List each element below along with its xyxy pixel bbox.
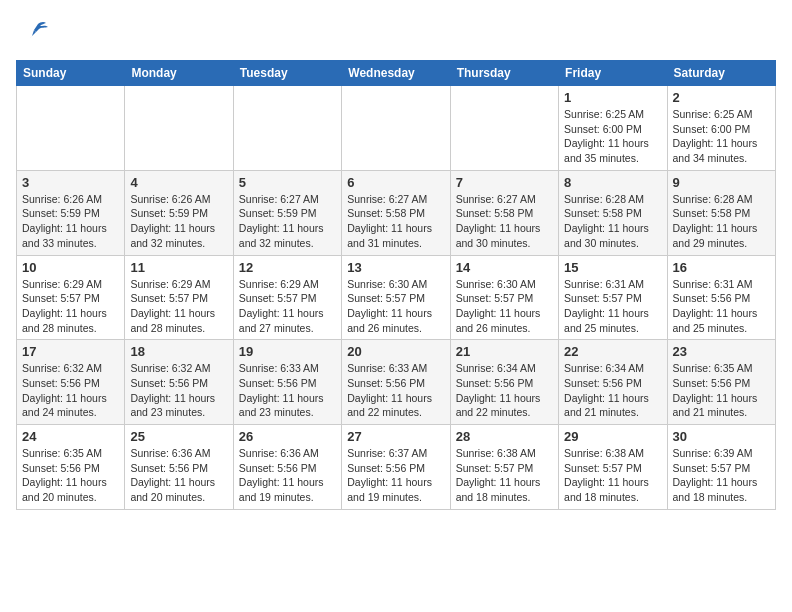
calendar-day-cell: 6Sunrise: 6:27 AM Sunset: 5:58 PM Daylig…	[342, 170, 450, 255]
day-info: Sunrise: 6:30 AM Sunset: 5:57 PM Dayligh…	[347, 277, 444, 336]
day-number: 23	[673, 344, 770, 359]
day-info: Sunrise: 6:30 AM Sunset: 5:57 PM Dayligh…	[456, 277, 553, 336]
day-info: Sunrise: 6:28 AM Sunset: 5:58 PM Dayligh…	[564, 192, 661, 251]
logo	[16, 16, 56, 52]
day-info: Sunrise: 6:37 AM Sunset: 5:56 PM Dayligh…	[347, 446, 444, 505]
calendar-day-cell: 20Sunrise: 6:33 AM Sunset: 5:56 PM Dayli…	[342, 340, 450, 425]
day-info: Sunrise: 6:27 AM Sunset: 5:58 PM Dayligh…	[347, 192, 444, 251]
calendar-day-cell: 24Sunrise: 6:35 AM Sunset: 5:56 PM Dayli…	[17, 425, 125, 510]
day-info: Sunrise: 6:25 AM Sunset: 6:00 PM Dayligh…	[564, 107, 661, 166]
calendar-day-header: Wednesday	[342, 61, 450, 86]
calendar-day-cell: 15Sunrise: 6:31 AM Sunset: 5:57 PM Dayli…	[559, 255, 667, 340]
day-number: 26	[239, 429, 336, 444]
day-number: 18	[130, 344, 227, 359]
day-number: 15	[564, 260, 661, 275]
day-number: 5	[239, 175, 336, 190]
calendar-day-cell: 21Sunrise: 6:34 AM Sunset: 5:56 PM Dayli…	[450, 340, 558, 425]
day-number: 14	[456, 260, 553, 275]
calendar-day-cell: 30Sunrise: 6:39 AM Sunset: 5:57 PM Dayli…	[667, 425, 775, 510]
day-info: Sunrise: 6:39 AM Sunset: 5:57 PM Dayligh…	[673, 446, 770, 505]
calendar-day-cell: 5Sunrise: 6:27 AM Sunset: 5:59 PM Daylig…	[233, 170, 341, 255]
day-number: 12	[239, 260, 336, 275]
day-number: 20	[347, 344, 444, 359]
day-number: 21	[456, 344, 553, 359]
calendar-day-cell: 16Sunrise: 6:31 AM Sunset: 5:56 PM Dayli…	[667, 255, 775, 340]
day-info: Sunrise: 6:26 AM Sunset: 5:59 PM Dayligh…	[22, 192, 119, 251]
day-number: 30	[673, 429, 770, 444]
day-number: 9	[673, 175, 770, 190]
calendar-day-cell: 2Sunrise: 6:25 AM Sunset: 6:00 PM Daylig…	[667, 86, 775, 171]
day-number: 6	[347, 175, 444, 190]
calendar-day-header: Friday	[559, 61, 667, 86]
calendar-day-cell: 9Sunrise: 6:28 AM Sunset: 5:58 PM Daylig…	[667, 170, 775, 255]
calendar-day-cell: 7Sunrise: 6:27 AM Sunset: 5:58 PM Daylig…	[450, 170, 558, 255]
calendar-day-header: Tuesday	[233, 61, 341, 86]
day-number: 13	[347, 260, 444, 275]
day-number: 1	[564, 90, 661, 105]
day-info: Sunrise: 6:26 AM Sunset: 5:59 PM Dayligh…	[130, 192, 227, 251]
calendar-day-cell: 26Sunrise: 6:36 AM Sunset: 5:56 PM Dayli…	[233, 425, 341, 510]
calendar-day-cell: 23Sunrise: 6:35 AM Sunset: 5:56 PM Dayli…	[667, 340, 775, 425]
calendar-day-cell: 28Sunrise: 6:38 AM Sunset: 5:57 PM Dayli…	[450, 425, 558, 510]
calendar-header-row: SundayMondayTuesdayWednesdayThursdayFrid…	[17, 61, 776, 86]
calendar-day-cell	[450, 86, 558, 171]
calendar-day-header: Saturday	[667, 61, 775, 86]
calendar-day-cell: 18Sunrise: 6:32 AM Sunset: 5:56 PM Dayli…	[125, 340, 233, 425]
day-number: 29	[564, 429, 661, 444]
calendar-day-cell: 25Sunrise: 6:36 AM Sunset: 5:56 PM Dayli…	[125, 425, 233, 510]
day-info: Sunrise: 6:28 AM Sunset: 5:58 PM Dayligh…	[673, 192, 770, 251]
day-info: Sunrise: 6:29 AM Sunset: 5:57 PM Dayligh…	[22, 277, 119, 336]
day-info: Sunrise: 6:32 AM Sunset: 5:56 PM Dayligh…	[130, 361, 227, 420]
day-number: 22	[564, 344, 661, 359]
calendar-day-cell	[17, 86, 125, 171]
day-number: 3	[22, 175, 119, 190]
calendar-day-cell	[342, 86, 450, 171]
calendar-week-row: 1Sunrise: 6:25 AM Sunset: 6:00 PM Daylig…	[17, 86, 776, 171]
day-number: 7	[456, 175, 553, 190]
calendar-day-header: Thursday	[450, 61, 558, 86]
calendar-day-cell: 27Sunrise: 6:37 AM Sunset: 5:56 PM Dayli…	[342, 425, 450, 510]
day-number: 8	[564, 175, 661, 190]
calendar-day-header: Sunday	[17, 61, 125, 86]
calendar-day-cell: 19Sunrise: 6:33 AM Sunset: 5:56 PM Dayli…	[233, 340, 341, 425]
calendar-week-row: 10Sunrise: 6:29 AM Sunset: 5:57 PM Dayli…	[17, 255, 776, 340]
calendar-week-row: 17Sunrise: 6:32 AM Sunset: 5:56 PM Dayli…	[17, 340, 776, 425]
calendar-day-header: Monday	[125, 61, 233, 86]
day-info: Sunrise: 6:38 AM Sunset: 5:57 PM Dayligh…	[456, 446, 553, 505]
day-number: 11	[130, 260, 227, 275]
logo-icon	[16, 16, 52, 52]
calendar-day-cell: 1Sunrise: 6:25 AM Sunset: 6:00 PM Daylig…	[559, 86, 667, 171]
day-info: Sunrise: 6:29 AM Sunset: 5:57 PM Dayligh…	[239, 277, 336, 336]
day-number: 27	[347, 429, 444, 444]
day-info: Sunrise: 6:35 AM Sunset: 5:56 PM Dayligh…	[22, 446, 119, 505]
calendar-day-cell: 17Sunrise: 6:32 AM Sunset: 5:56 PM Dayli…	[17, 340, 125, 425]
calendar-table: SundayMondayTuesdayWednesdayThursdayFrid…	[16, 60, 776, 510]
day-info: Sunrise: 6:27 AM Sunset: 5:58 PM Dayligh…	[456, 192, 553, 251]
day-number: 25	[130, 429, 227, 444]
calendar-day-cell: 14Sunrise: 6:30 AM Sunset: 5:57 PM Dayli…	[450, 255, 558, 340]
day-info: Sunrise: 6:35 AM Sunset: 5:56 PM Dayligh…	[673, 361, 770, 420]
day-info: Sunrise: 6:31 AM Sunset: 5:57 PM Dayligh…	[564, 277, 661, 336]
day-info: Sunrise: 6:36 AM Sunset: 5:56 PM Dayligh…	[130, 446, 227, 505]
calendar-week-row: 24Sunrise: 6:35 AM Sunset: 5:56 PM Dayli…	[17, 425, 776, 510]
calendar-day-cell: 12Sunrise: 6:29 AM Sunset: 5:57 PM Dayli…	[233, 255, 341, 340]
day-number: 24	[22, 429, 119, 444]
day-number: 16	[673, 260, 770, 275]
calendar-day-cell	[125, 86, 233, 171]
calendar-day-cell: 3Sunrise: 6:26 AM Sunset: 5:59 PM Daylig…	[17, 170, 125, 255]
day-number: 4	[130, 175, 227, 190]
day-number: 17	[22, 344, 119, 359]
calendar-day-cell: 29Sunrise: 6:38 AM Sunset: 5:57 PM Dayli…	[559, 425, 667, 510]
day-info: Sunrise: 6:33 AM Sunset: 5:56 PM Dayligh…	[347, 361, 444, 420]
calendar-day-cell: 10Sunrise: 6:29 AM Sunset: 5:57 PM Dayli…	[17, 255, 125, 340]
calendar-day-cell: 11Sunrise: 6:29 AM Sunset: 5:57 PM Dayli…	[125, 255, 233, 340]
calendar-day-cell: 13Sunrise: 6:30 AM Sunset: 5:57 PM Dayli…	[342, 255, 450, 340]
day-info: Sunrise: 6:25 AM Sunset: 6:00 PM Dayligh…	[673, 107, 770, 166]
day-info: Sunrise: 6:38 AM Sunset: 5:57 PM Dayligh…	[564, 446, 661, 505]
day-info: Sunrise: 6:33 AM Sunset: 5:56 PM Dayligh…	[239, 361, 336, 420]
calendar-week-row: 3Sunrise: 6:26 AM Sunset: 5:59 PM Daylig…	[17, 170, 776, 255]
day-info: Sunrise: 6:32 AM Sunset: 5:56 PM Dayligh…	[22, 361, 119, 420]
calendar-day-cell	[233, 86, 341, 171]
calendar-day-cell: 8Sunrise: 6:28 AM Sunset: 5:58 PM Daylig…	[559, 170, 667, 255]
calendar-day-cell: 4Sunrise: 6:26 AM Sunset: 5:59 PM Daylig…	[125, 170, 233, 255]
